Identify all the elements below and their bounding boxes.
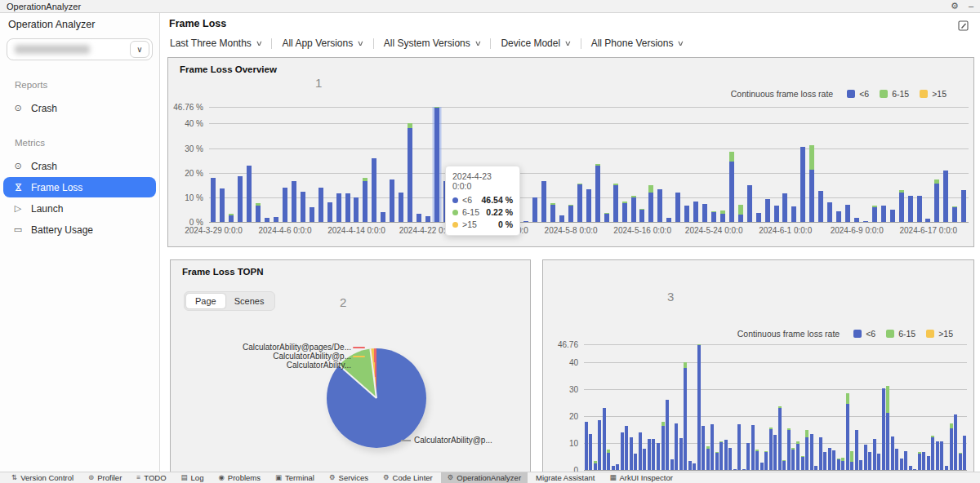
- legend-swatch-green: [886, 330, 894, 338]
- topn-tab-group: Page Scenes: [184, 291, 275, 311]
- chart-tooltip: 2024-4-23 0:0:0 <646.54 % 6-150.22 % >15…: [445, 166, 520, 236]
- chart-title: Frame Loss TOPN: [182, 267, 264, 277]
- divider: [271, 38, 272, 49]
- statusbar-log[interactable]: ▤Log: [175, 472, 211, 483]
- legend-swatch-blue: [853, 330, 862, 338]
- arkui-inspector-icon: ▦: [609, 474, 616, 481]
- project-selector-value-redacted: [15, 45, 90, 54]
- sidebar-item-metrics-crash[interactable]: ⊙ Crash: [3, 156, 156, 176]
- profiler-icon: ⊚: [88, 474, 94, 481]
- chart-title: Frame Loss Overview: [180, 64, 277, 74]
- bars-layer: [209, 107, 969, 222]
- crash-icon: ⊙: [12, 162, 24, 171]
- leader-line-red: [353, 347, 365, 348]
- chevron-down-icon[interactable]: ∨: [130, 41, 149, 58]
- section-label-reports: Reports: [0, 80, 159, 90]
- sidebar-item-reports-crash[interactable]: ⊙ Crash: [3, 98, 156, 118]
- problems-icon: ◉: [218, 474, 224, 481]
- services-icon: ⚙: [329, 474, 336, 481]
- chevron-down-icon: ∨: [256, 39, 263, 47]
- filter-system-versions[interactable]: All System Versions∨: [384, 38, 481, 49]
- code-linter-icon: ⚙: [383, 474, 390, 481]
- crash-icon: ⊙: [12, 104, 24, 113]
- frame-loss-overview-panel: Frame Loss Overview 1 Continuous frame l…: [167, 57, 974, 247]
- hourglass-icon: ⋈: [14, 182, 23, 193]
- todo-icon: ≡: [136, 474, 140, 481]
- chevron-down-icon: ∨: [677, 39, 684, 47]
- edit-note-icon[interactable]: [958, 20, 969, 34]
- dot-blue: [452, 197, 458, 203]
- statusbar-version-control[interactable]: ⇅Version Control: [5, 472, 80, 483]
- statusbar-profiler[interactable]: ⊚Profiler: [82, 472, 128, 483]
- legend-swatch-yellow: [920, 90, 928, 98]
- statusbar-operation-analyzer[interactable]: ⚙OperationAnalyzer: [441, 472, 528, 483]
- divider: [373, 38, 374, 49]
- tooltip-date: 2024-4-23 0:0:0: [452, 171, 513, 191]
- tab-page[interactable]: Page: [186, 294, 225, 308]
- annotation-2: 2: [340, 295, 346, 309]
- annotation-1: 1: [315, 76, 322, 90]
- chevron-down-icon: ∨: [474, 39, 481, 47]
- window-title: OperationAnalyzer: [7, 2, 81, 11]
- leader-line-yellow: [353, 356, 365, 357]
- filter-phone-versions[interactable]: All Phone Versions∨: [591, 38, 684, 49]
- legend-swatch-yellow: [926, 330, 934, 338]
- legend: Continuous frame loss rate <6 6-15 >15: [737, 329, 953, 339]
- dot-green: [452, 210, 458, 215]
- sidebar: Operation Analyzer ∨ Reports ⊙ Crash Met…: [0, 13, 160, 472]
- filter-time-range[interactable]: Last Three Months∨: [170, 38, 261, 49]
- statusbar-problems[interactable]: ◉Problems: [212, 472, 267, 483]
- log-icon: ▤: [181, 474, 188, 481]
- statusbar-arkui-inspector[interactable]: ▦ArkUI Inspector: [603, 472, 679, 483]
- sidebar-item-battery-usage[interactable]: ▭ Battery Usage: [3, 219, 156, 240]
- leader-line-green: [353, 365, 365, 366]
- minimize-icon[interactable]: –: [969, 2, 973, 11]
- statusbar-terminal[interactable]: ▣Terminal: [269, 472, 321, 483]
- dot-yellow: [452, 222, 458, 228]
- project-selector[interactable]: ∨: [7, 38, 153, 60]
- filter-device-model[interactable]: Device Model∨: [501, 38, 570, 49]
- section-label-metrics: Metrics: [0, 138, 159, 148]
- filter-app-versions[interactable]: All App Versions∨: [282, 38, 363, 49]
- sidebar-title: Operation Analyzer: [0, 19, 159, 30]
- gear-icon[interactable]: ⚙: [951, 2, 959, 11]
- legend-swatch-green: [880, 90, 888, 98]
- frame-loss-mini-plot[interactable]: 46.76 40 30 20 10 0: [584, 344, 967, 470]
- version-control-icon: ⇅: [11, 474, 17, 481]
- frame-loss-mini-panel: 3 Continuous frame loss rate <6 6-15 >15…: [542, 259, 974, 472]
- statusbar-todo[interactable]: ≡TODO: [130, 472, 172, 483]
- statusbar-code-linter[interactable]: ⚙Code Linter: [376, 472, 439, 483]
- statusbar: ⇅Version Control ⊚Profiler ≡TODO ▤Log ◉P…: [0, 472, 980, 483]
- frame-loss-overview-plot[interactable]: 46.76 % 40 % 30 % 20 % 10 % 0 % 2024-3-2…: [209, 107, 969, 222]
- bars-layer: [584, 344, 967, 470]
- operation-analyzer-icon: ⚙: [448, 474, 454, 481]
- frame-loss-topn-panel: Frame Loss TOPN 2 Page Scenes Calculator…: [170, 259, 531, 472]
- annotation-3: 3: [667, 290, 674, 304]
- sidebar-item-launch[interactable]: ▷ Launch: [3, 198, 156, 219]
- divider: [581, 38, 581, 49]
- battery-icon: ▭: [12, 225, 24, 234]
- sidebar-item-frame-loss[interactable]: ⋈ Frame Loss: [3, 177, 156, 197]
- chevron-down-icon: ∨: [357, 39, 364, 47]
- filter-bar: Last Three Months∨ All App Versions∨ All…: [170, 38, 684, 49]
- divider: [490, 38, 491, 49]
- x-axis-labels: 2024-3-29 0:0:0 2024-4-6 0:0:0 2024-4-14…: [209, 226, 969, 236]
- statusbar-services[interactable]: ⚙Services: [323, 472, 375, 483]
- leader-line-gray: [401, 440, 411, 441]
- chevron-down-icon: ∨: [564, 39, 572, 47]
- terminal-icon: ▣: [275, 474, 282, 481]
- tool-window-titlebar: OperationAnalyzer ⚙ –: [0, 0, 980, 13]
- page-title: Frame Loss: [169, 18, 226, 29]
- statusbar-migrate-assistant[interactable]: Migrate Assistant: [529, 472, 601, 483]
- legend: Continuous frame loss rate <6 6-15 >15: [731, 89, 947, 99]
- launch-icon: ▷: [12, 204, 24, 213]
- legend-swatch-blue: [847, 90, 855, 98]
- pie-slice-label-blue: CalculatorAbility@p...: [401, 436, 492, 445]
- pie-slice-labels: CalculatorAbility@pages/De... Calculator…: [243, 343, 365, 370]
- main-content: Frame Loss Last Three Months∨ All App Ve…: [160, 13, 980, 472]
- tab-scenes[interactable]: Scenes: [225, 294, 274, 308]
